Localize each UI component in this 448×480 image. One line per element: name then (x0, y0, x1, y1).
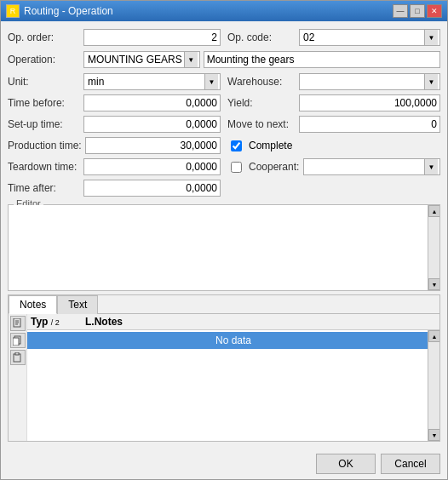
document-icon (13, 318, 23, 329)
teardown-time-label: Teardown time: (8, 161, 80, 173)
yield-row: Yield: (227, 94, 440, 112)
editor-scroll-track (428, 217, 439, 278)
op-order-label: Op. order: (8, 31, 80, 43)
tab-bar: Notes Text (9, 295, 439, 314)
setup-time-row: Set-up time: (8, 115, 221, 134)
production-time-row: Production time: (8, 136, 221, 155)
copy-icon (13, 335, 23, 346)
op-code-row: Op. code: 02 ▼ (227, 28, 440, 47)
cancel-button[interactable]: Cancel (381, 454, 440, 474)
notes-header: Typ / 2 L.Notes (27, 314, 439, 330)
teardown-time-input[interactable] (83, 158, 221, 175)
title-bar: R Routing - Operation — □ ✕ (1, 1, 447, 21)
move-to-next-input[interactable] (299, 116, 440, 133)
unit-row: Unit: min ▼ (8, 72, 221, 91)
time-before-row: Time before: (8, 94, 221, 112)
op-code-dropdown-arrow: ▼ (424, 30, 438, 45)
time-before-input[interactable] (83, 94, 221, 111)
notes-body: No data ▲ ▼ (27, 330, 439, 441)
time-after-label: Time after: (8, 182, 80, 194)
tab-content: Typ / 2 L.Notes No data ▲ ▼ (9, 314, 439, 441)
warehouse-select[interactable]: ▼ (299, 73, 440, 90)
move-to-next-row: Move to next: (227, 115, 440, 134)
title-buttons: — □ ✕ (393, 4, 442, 18)
teardown-time-row: Teardown time: (8, 157, 221, 176)
unit-select[interactable]: min ▼ (83, 73, 221, 90)
maximize-button[interactable]: □ (410, 4, 425, 18)
notes-table: Typ / 2 L.Notes No data ▲ ▼ (27, 314, 439, 441)
operation-dropdown-arrow: ▼ (184, 52, 198, 67)
yield-label: Yield: (227, 97, 296, 109)
editor-scroll-up[interactable]: ▲ (428, 205, 439, 217)
notes-scroll-down[interactable]: ▼ (428, 429, 439, 441)
editor-section: Editor ▲ ▼ (8, 204, 440, 291)
time-after-row: Time after: (8, 179, 221, 197)
warehouse-dropdown-arrow: ▼ (424, 74, 438, 89)
cooperant-row: Cooperant: ▼ (227, 157, 440, 176)
notes-section: Notes Text (8, 294, 440, 442)
notes-toolbar (9, 314, 27, 441)
ok-button[interactable]: OK (316, 454, 376, 474)
op-order-row: Op. order: (8, 28, 221, 47)
editor-textarea[interactable] (9, 205, 439, 290)
notes-col1-header: Typ / 2 (31, 316, 82, 328)
minimize-button[interactable]: — (393, 4, 408, 18)
complete-label: Complete (249, 140, 292, 151)
editor-scrollbar: ▲ ▼ (428, 205, 439, 290)
routing-operation-window: R Routing - Operation — □ ✕ Op. order: O… (0, 0, 448, 480)
yield-input[interactable] (299, 94, 440, 111)
operation-label: Operation: (8, 54, 80, 66)
cooperant-dropdown-arrow: ▼ (424, 159, 438, 174)
svg-rect-7 (15, 352, 19, 355)
description-input[interactable] (204, 51, 440, 68)
cooperant-checkbox[interactable] (231, 162, 242, 173)
close-button[interactable]: ✕ (427, 4, 442, 18)
tab-text[interactable]: Text (57, 295, 98, 314)
production-time-label: Production time: (8, 140, 82, 151)
title-bar-left: R Routing - Operation (6, 4, 113, 18)
window-title: Routing - Operation (24, 5, 113, 17)
notes-col2-header: L.Notes (85, 316, 436, 328)
complete-row: Complete (227, 136, 440, 155)
notes-tool-btn-3[interactable] (10, 350, 26, 365)
cooperant-label: Cooperant: (249, 161, 300, 173)
time-after-input[interactable] (83, 180, 221, 197)
setup-time-input[interactable] (83, 116, 221, 133)
op-code-label: Op. code: (227, 31, 296, 43)
notes-scroll-up[interactable]: ▲ (428, 330, 439, 342)
unit-dropdown-arrow: ▼ (204, 74, 218, 89)
bottom-bar: OK Cancel (1, 449, 447, 479)
notes-scroll-track (428, 342, 439, 429)
svg-rect-5 (13, 338, 19, 346)
op-code-select[interactable]: 02 ▼ (299, 29, 440, 46)
operation-select[interactable]: MOUNTING GEARS ▼ (83, 51, 200, 68)
cooperant-select[interactable]: ▼ (303, 158, 440, 175)
editor-content: ▲ ▼ (9, 205, 439, 290)
tab-notes[interactable]: Notes (9, 295, 57, 314)
editor-scroll-down[interactable]: ▼ (428, 278, 439, 290)
content-area: Op. order: Op. code: 02 ▼ Operation: MOU… (1, 21, 447, 449)
warehouse-row: Warehouse: ▼ (227, 72, 440, 91)
notes-scrollbar: ▲ ▼ (428, 330, 439, 441)
setup-time-label: Set-up time: (8, 118, 80, 130)
op-order-input[interactable] (83, 29, 221, 46)
time-before-label: Time before: (8, 97, 80, 109)
complete-checkbox[interactable] (231, 140, 242, 151)
notes-tool-btn-1[interactable] (10, 316, 26, 331)
paste-icon (13, 352, 23, 363)
no-data-row: No data (27, 332, 439, 349)
production-time-input[interactable] (85, 137, 221, 154)
warehouse-label: Warehouse: (227, 76, 296, 88)
notes-tool-btn-2[interactable] (10, 333, 26, 348)
unit-label: Unit: (8, 76, 80, 88)
move-to-next-label: Move to next: (227, 118, 296, 130)
window-icon: R (6, 4, 20, 18)
